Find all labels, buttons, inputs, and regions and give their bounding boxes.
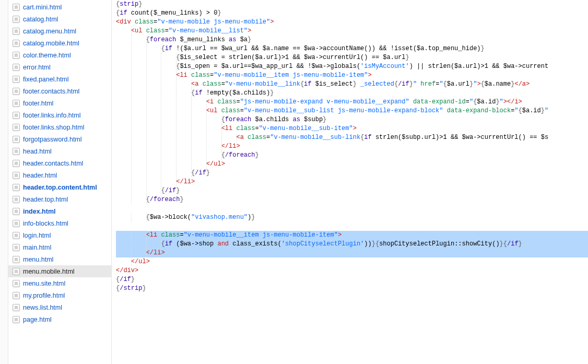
file-item[interactable]: header.top.content.html <box>8 181 111 193</box>
file-item[interactable]: header.top.html <box>8 193 111 205</box>
file-label: header.html <box>23 172 57 179</box>
file-item[interactable]: catalog.mobile.html <box>8 37 111 49</box>
file-item[interactable]: main.html <box>8 241 111 253</box>
code-line[interactable]: {strip} <box>116 0 588 9</box>
code-line[interactable]: <a class="v-menu-mobile__link{if $is_sel… <box>116 80 588 89</box>
file-icon <box>13 184 20 191</box>
code-line[interactable]: {if !empty($a.childs)} <box>116 89 588 98</box>
file-sidebar[interactable]: cart.mini.htmlcatalog.htmlcatalog.menu.h… <box>8 0 112 364</box>
code-line[interactable]: {$is_open = $a.url==$wa_app_url && !$wa-… <box>116 62 588 71</box>
code-line[interactable]: <i class="js-menu-mobile-expand v-menu-m… <box>116 98 588 107</box>
code-line[interactable]: <a class="v-menu-mobile__sub-link{if str… <box>116 133 588 142</box>
code-line[interactable]: {/foreach} <box>116 195 588 204</box>
file-icon <box>13 148 20 155</box>
code-line[interactable]: <li class="v-menu-mobile__item js-menu-m… <box>116 71 588 80</box>
file-icon <box>13 52 20 59</box>
file-item[interactable]: login.html <box>8 229 111 241</box>
code-line[interactable]: {foreach $_menu_links as $a} <box>116 36 588 44</box>
code-line[interactable]: </li> <box>116 178 588 186</box>
file-item[interactable]: footer.html <box>8 97 111 109</box>
code-line[interactable]: {if !($a.url == $wa_url && $a.name == $w… <box>116 44 588 53</box>
code-line[interactable]: </ul> <box>116 257 588 266</box>
file-icon <box>13 292 20 299</box>
code-line[interactable]: {$wa->block("vivashop.menu")} <box>116 213 588 222</box>
code-line[interactable]: {/foreach} <box>116 151 588 160</box>
file-icon <box>13 4 20 11</box>
code-line[interactable]: {/if} <box>116 186 588 195</box>
file-icon <box>13 256 20 263</box>
file-item[interactable]: page.html <box>8 313 111 325</box>
file-label: catalog.mobile.html <box>23 40 79 47</box>
code-line[interactable] <box>116 222 588 231</box>
file-label: menu.mobile.html <box>23 268 75 275</box>
file-item[interactable]: header.contacts.html <box>8 157 111 169</box>
file-item[interactable]: footer.contacts.html <box>8 85 111 97</box>
code-line[interactable]: {/strip} <box>116 284 588 293</box>
file-item[interactable]: my.profile.html <box>8 289 111 301</box>
file-item[interactable]: cart.mini.html <box>8 1 111 13</box>
code-line[interactable]: <li class="v-menu-mobile__sub-item"> <box>116 124 588 133</box>
file-item[interactable]: color.theme.html <box>8 49 111 61</box>
file-item[interactable]: index.html <box>8 205 111 217</box>
file-item[interactable]: header.html <box>8 169 111 181</box>
file-icon <box>13 196 20 203</box>
file-label: index.html <box>23 208 56 215</box>
code-line[interactable] <box>116 204 588 213</box>
code-line[interactable]: {$is_select = strlen($a.url)>1 && $wa->c… <box>116 53 588 62</box>
file-item[interactable]: footer.links.info.html <box>8 109 111 121</box>
file-item[interactable]: menu.html <box>8 253 111 265</box>
file-label: color.theme.html <box>23 52 71 59</box>
code-line[interactable]: </li> <box>116 249 588 257</box>
code-line[interactable]: {/if} <box>116 169 588 178</box>
file-icon <box>13 232 20 239</box>
file-label: error.html <box>23 64 51 71</box>
file-item[interactable]: menu.mobile.html <box>8 265 111 277</box>
code-line[interactable]: </div> <box>116 266 588 275</box>
file-icon <box>13 244 20 251</box>
file-icon <box>13 28 20 35</box>
file-item[interactable]: fixed.panel.html <box>8 73 111 85</box>
left-gutter <box>0 0 8 364</box>
file-icon <box>13 280 20 287</box>
file-item[interactable]: error.html <box>8 61 111 73</box>
file-label: catalog.menu.html <box>23 28 76 35</box>
file-label: footer.links.shop.html <box>23 124 84 131</box>
file-icon <box>13 160 20 167</box>
code-line[interactable]: <li class="v-menu-mobile__item js-menu-m… <box>116 231 588 240</box>
code-line[interactable]: {foreach $a.childs as $subp} <box>116 115 588 124</box>
file-item[interactable]: menu.site.html <box>8 277 111 289</box>
code-line[interactable]: {if ($wa->shop and class_exists('shopCit… <box>116 240 588 249</box>
file-label: head.html <box>23 148 52 155</box>
file-label: cart.mini.html <box>23 4 62 11</box>
file-item[interactable]: catalog.html <box>8 13 111 25</box>
file-icon <box>13 136 20 143</box>
code-line[interactable]: {if count($_menu_links) > 0} <box>116 9 588 18</box>
file-icon <box>13 64 20 71</box>
code-line[interactable]: </li> <box>116 142 588 151</box>
file-icon <box>13 112 20 119</box>
file-item[interactable]: info-blocks.html <box>8 217 111 229</box>
code-line[interactable]: <ul class="v-menu-mobile__list"> <box>116 27 588 36</box>
file-label: fixed.panel.html <box>23 76 69 83</box>
code-line[interactable]: <ul class="v-menu-mobile__sub-list js-me… <box>116 107 588 115</box>
code-line[interactable]: {/if} <box>116 275 588 284</box>
code-line[interactable]: </ul> <box>116 160 588 169</box>
file-item[interactable]: news.list.html <box>8 301 111 313</box>
file-item[interactable]: catalog.menu.html <box>8 25 111 37</box>
file-label: my.profile.html <box>23 292 65 299</box>
file-label: news.list.html <box>23 304 62 311</box>
file-label: info-blocks.html <box>23 220 68 227</box>
file-icon <box>13 16 20 23</box>
file-label: header.top.html <box>23 196 68 203</box>
code-editor[interactable]: {strip}{if count($_menu_links) > 0}<div … <box>112 0 588 364</box>
file-label: page.html <box>23 316 52 323</box>
file-icon <box>13 124 20 131</box>
file-item[interactable]: forgotpassword.html <box>8 133 111 145</box>
file-item[interactable]: footer.links.shop.html <box>8 121 111 133</box>
file-item[interactable]: head.html <box>8 145 111 157</box>
file-icon <box>13 220 20 227</box>
file-label: forgotpassword.html <box>23 136 82 143</box>
file-icon <box>13 208 20 215</box>
code-line[interactable]: <div class="v-menu-mobile js-menu-mobile… <box>116 18 588 27</box>
file-label: header.top.content.html <box>23 184 97 191</box>
